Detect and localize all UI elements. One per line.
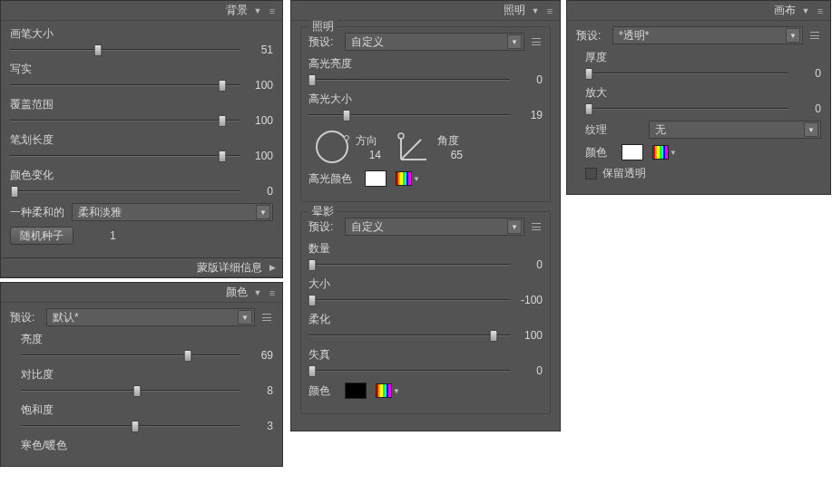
select-value: 柔和淡雅 xyxy=(78,205,122,220)
realism-slider: 写实 100 xyxy=(10,62,273,92)
panel-title: 背景 xyxy=(226,3,248,18)
direction-value: 14 xyxy=(356,149,381,161)
slider-label: 高光大小 xyxy=(308,92,543,107)
mask-detail-tab[interactable]: 蒙版详细信息 ▶ xyxy=(1,257,282,277)
slider-track[interactable] xyxy=(308,109,510,121)
slider-label: 数量 xyxy=(308,241,543,257)
vignette-color-row: 颜色 ▼ xyxy=(308,383,543,399)
slider-track[interactable] xyxy=(21,349,240,362)
direction-label: 方向 xyxy=(356,133,381,149)
dropdown-icon[interactable]: ▼ xyxy=(412,175,421,183)
direction-control[interactable]: 方向 14 xyxy=(316,131,381,163)
color-swatch[interactable] xyxy=(345,383,367,399)
preset-menu-icon[interactable] xyxy=(530,221,543,232)
direction-dial-icon xyxy=(316,131,348,163)
dropdown-icon: ▼ xyxy=(507,34,522,49)
slider-track[interactable] xyxy=(10,150,240,162)
chevron-down-icon[interactable]: ▼ xyxy=(253,288,262,297)
slider-value: 8 xyxy=(240,384,273,397)
contrast-slider: 对比度 8 xyxy=(21,367,273,397)
slider-value: 100 xyxy=(240,114,273,127)
slider-track[interactable] xyxy=(10,114,240,127)
color-label: 颜色 xyxy=(308,383,345,399)
slider-value: 3 xyxy=(240,420,273,432)
slider-value: 0 xyxy=(510,258,543,271)
dropdown-icon[interactable]: ▼ xyxy=(669,149,678,157)
panel-menu-icon[interactable]: ≡ xyxy=(543,5,556,17)
slider-track[interactable] xyxy=(10,79,240,92)
color-picker-icon[interactable] xyxy=(652,145,669,160)
preset-select[interactable]: 自定义 ▼ xyxy=(345,218,524,236)
slider-label: 颜色变化 xyxy=(10,168,273,183)
slider-track[interactable] xyxy=(10,44,240,56)
color-label: 颜色 xyxy=(585,145,622,160)
slider-track[interactable] xyxy=(585,102,788,115)
svg-point-0 xyxy=(398,133,404,139)
panel-header: 照明 ▼ ≡ xyxy=(291,1,560,21)
slider-value: 0 xyxy=(240,185,273,198)
chevron-down-icon[interactable]: ▼ xyxy=(801,6,810,15)
slider-value: 51 xyxy=(240,44,273,56)
slider-track[interactable] xyxy=(308,364,510,377)
panel-title: 画布 xyxy=(774,3,796,18)
tab-title: 蒙版详细信息 xyxy=(190,260,262,276)
slider-track[interactable] xyxy=(308,329,510,342)
dropdown-icon[interactable]: ▼ xyxy=(392,387,401,395)
chevron-down-icon[interactable]: ▼ xyxy=(531,6,540,15)
preset-select[interactable]: 自定义 ▼ xyxy=(345,33,524,51)
preset-label: 预设: xyxy=(10,310,46,325)
random-seed-button[interactable]: 随机种子 xyxy=(10,227,73,245)
preset-menu-icon[interactable] xyxy=(808,30,821,41)
select-value: 无 xyxy=(655,122,666,138)
preserve-checkbox[interactable] xyxy=(585,168,597,179)
slider-track[interactable] xyxy=(585,67,788,80)
slider-track[interactable] xyxy=(10,185,240,198)
highlight-color-row: 高光颜色 ▼ xyxy=(308,170,543,187)
slider-track[interactable] xyxy=(308,73,510,86)
color-picker-icon[interactable] xyxy=(376,383,392,398)
brightness-slider: 亮度 69 xyxy=(21,332,273,362)
slider-label: 失真 xyxy=(308,347,543,363)
lighting-panel: 照明 ▼ ≡ 照明 预设: 自定义 ▼ 高光亮度 xyxy=(290,0,561,431)
preset-select[interactable]: *透明* ▼ xyxy=(612,26,803,44)
chevron-down-icon[interactable]: ▼ xyxy=(253,6,262,15)
thickness-slider: 厚度 0 xyxy=(585,50,821,80)
preset-menu-icon[interactable] xyxy=(530,36,543,47)
panel-menu-icon[interactable]: ≡ xyxy=(266,5,279,17)
lighting-group: 照明 预设: 自定义 ▼ 高光亮度 0 高 xyxy=(300,26,551,202)
preserve-transparency-row: 保留透明 xyxy=(585,166,821,181)
dropdown-icon: ▼ xyxy=(786,28,800,43)
vignette-group: 晕影 预设: 自定义 ▼ 数量 0 大小 xyxy=(300,211,551,414)
coverage-slider: 覆盖范围 100 xyxy=(10,97,273,127)
slider-track[interactable] xyxy=(21,384,240,397)
color-swatch[interactable] xyxy=(622,144,643,160)
panel-menu-icon[interactable]: ≡ xyxy=(814,5,827,17)
slider-value: 0 xyxy=(788,102,821,115)
angle-label: 角度 xyxy=(437,133,463,149)
panel-header: 背景 ▼ ≡ xyxy=(1,1,282,21)
preset-select[interactable]: 默认* ▼ xyxy=(46,308,255,326)
preset-row: 预设: 默认* ▼ xyxy=(10,308,273,326)
preset-label: 预设: xyxy=(308,34,345,50)
slider-track[interactable] xyxy=(308,294,510,306)
angle-control[interactable]: 角度 65 xyxy=(397,131,463,163)
slider-label: 寒色/暖色 xyxy=(21,438,273,453)
slider-label: 饱和度 xyxy=(21,402,273,418)
color-picker-icon[interactable] xyxy=(396,171,412,186)
slider-track[interactable] xyxy=(308,258,510,271)
slider-track[interactable] xyxy=(21,420,240,432)
panel-menu-icon[interactable]: ≡ xyxy=(266,286,279,299)
texture-select[interactable]: 无 ▼ xyxy=(649,121,821,139)
select-value: 自定义 xyxy=(351,219,384,235)
panel-header: 画布 ▼ ≡ xyxy=(567,1,830,21)
warm-cool-slider: 寒色/暖色 xyxy=(21,438,273,453)
color-swatch[interactable] xyxy=(365,170,387,187)
style-select[interactable]: 柔和淡雅 ▼ xyxy=(72,203,273,221)
select-value: 自定义 xyxy=(351,34,384,50)
background-panel: 背景 ▼ ≡ 画笔大小 51 写实 100 覆盖范围 xyxy=(0,0,283,278)
angle-value: 65 xyxy=(437,149,463,161)
preset-menu-icon[interactable] xyxy=(260,312,273,323)
saturation-slider: 饱和度 3 xyxy=(21,402,273,432)
color-panel: 颜色 ▼ ≡ 预设: 默认* ▼ 亮度 69 xyxy=(0,282,283,467)
soften-slider: 柔化 100 xyxy=(308,312,543,342)
